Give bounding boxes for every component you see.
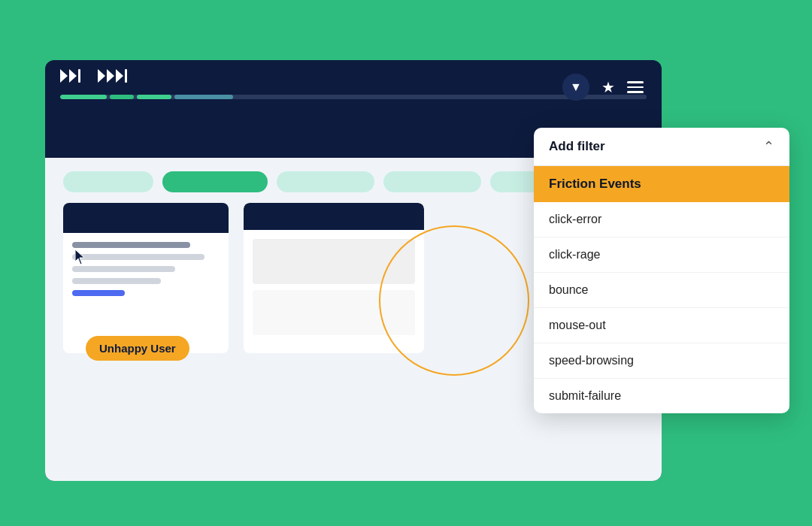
line-4 — [72, 278, 161, 284]
speed-browsing-item[interactable]: speed-browsing — [534, 343, 789, 379]
line-3 — [72, 266, 175, 272]
click-rage-item[interactable]: click-rage — [534, 237, 789, 273]
svg-marker-4 — [107, 69, 114, 83]
session-card-2-container — [244, 203, 439, 368]
menu-line-2 — [627, 86, 644, 89]
fast-forward-icon — [60, 69, 87, 83]
icon-bar: ▼ ★ — [562, 74, 644, 101]
svg-marker-3 — [98, 69, 105, 83]
svg-rect-6 — [125, 69, 127, 83]
add-filter-label: Add filter — [549, 139, 605, 154]
click-error-item[interactable]: click-error — [534, 202, 789, 237]
svg-marker-5 — [116, 69, 123, 83]
skip-end-icon — [98, 69, 137, 83]
dropdown-panel: Add filter ⌃ Friction Events click-error… — [534, 128, 789, 413]
chevron-up-icon[interactable]: ⌃ — [763, 138, 774, 155]
filter-tab-4[interactable] — [383, 171, 481, 192]
submit-failure-item[interactable]: submit-failure — [534, 379, 789, 413]
svg-marker-1 — [69, 69, 77, 83]
timeline-segment-2 — [110, 95, 133, 99]
unhappy-user-tooltip: Unhappy User — [86, 336, 189, 361]
session-card-1[interactable]: Unhappy User — [63, 203, 229, 353]
timeline-segment-1 — [60, 95, 107, 99]
chevron-down-icon: ▼ — [570, 80, 582, 94]
menu-line-1 — [627, 81, 644, 83]
circle-annotation — [379, 225, 529, 376]
svg-rect-2 — [78, 69, 80, 83]
timeline-bar[interactable] — [60, 95, 647, 99]
line-2 — [72, 254, 205, 260]
line-1 — [72, 242, 190, 248]
session-card-lines-1 — [63, 233, 229, 305]
dropdown-circle-button[interactable]: ▼ — [562, 74, 589, 101]
svg-marker-0 — [60, 69, 68, 83]
menu-icon[interactable] — [627, 81, 644, 93]
menu-line-3 — [627, 91, 644, 93]
playback-controls[interactable] — [60, 69, 137, 83]
session-card-header-1 — [63, 203, 229, 233]
filter-tab-3[interactable] — [277, 171, 374, 192]
timeline-segment-4 — [174, 95, 233, 99]
cursor-icon — [75, 249, 86, 265]
dropdown-header: Add filter ⌃ — [534, 128, 789, 166]
session-card-2-header — [244, 203, 424, 230]
filter-tab-1[interactable] — [63, 171, 153, 192]
friction-events-label: Friction Events — [549, 177, 641, 191]
line-accent — [72, 290, 125, 296]
bounce-item[interactable]: bounce — [534, 273, 789, 308]
svg-marker-7 — [75, 249, 84, 265]
mouse-out-item[interactable]: mouse-out — [534, 308, 789, 343]
timeline-segment-3 — [137, 95, 172, 99]
filter-tab-2[interactable] — [162, 171, 268, 192]
friction-events-item[interactable]: Friction Events — [534, 166, 789, 202]
star-icon[interactable]: ★ — [601, 78, 615, 96]
